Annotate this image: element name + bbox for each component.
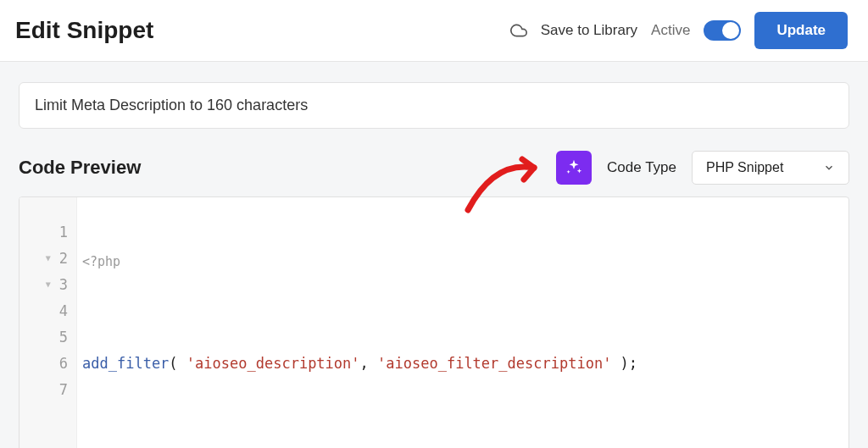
toggle-knob [722, 22, 739, 39]
header-bar: Edit Snippet Save to Library Active Upda… [0, 0, 868, 62]
code-preview-controls: Code Type PHP Snippet [556, 151, 849, 185]
code-type-value: PHP Snippet [706, 160, 783, 175]
php-open-tag: <?php [77, 253, 849, 272]
code-preview-header: Code Preview Code Type PHP Snippet [19, 151, 849, 185]
save-to-library-link[interactable]: Save to Library [541, 22, 637, 39]
update-button[interactable]: Update [754, 12, 848, 49]
ai-generate-button[interactable] [556, 151, 592, 185]
page-title: Edit Snippet [15, 17, 153, 44]
snippet-title-input[interactable] [19, 82, 849, 129]
fold-marker-icon[interactable]: ▼ [46, 277, 51, 292]
code-editor[interactable]: 1 ▼2 ▼3 4 5 6 7 <?php add_filter( 'aiose… [19, 196, 849, 448]
body-area: Code Preview Code Type PHP Snippet 1 [0, 62, 868, 448]
code-area[interactable]: <?php add_filter( 'aioseo_description', … [77, 197, 849, 448]
code-preview-title: Code Preview [19, 157, 141, 179]
fold-marker-icon[interactable]: ▼ [46, 251, 51, 266]
header-actions: Save to Library Active Update [510, 12, 848, 49]
code-line: add_filter( 'aioseo_description', 'aiose… [77, 351, 849, 377]
active-toggle[interactable] [704, 20, 741, 41]
code-type-select[interactable]: PHP Snippet [692, 151, 849, 185]
gutter: 1 ▼2 ▼3 4 5 6 7 [19, 197, 77, 448]
code-type-label: Code Type [607, 159, 676, 176]
active-label: Active [651, 22, 690, 39]
cloud-icon [510, 22, 527, 39]
sparkle-icon [565, 158, 583, 177]
chevron-down-icon [823, 162, 835, 174]
